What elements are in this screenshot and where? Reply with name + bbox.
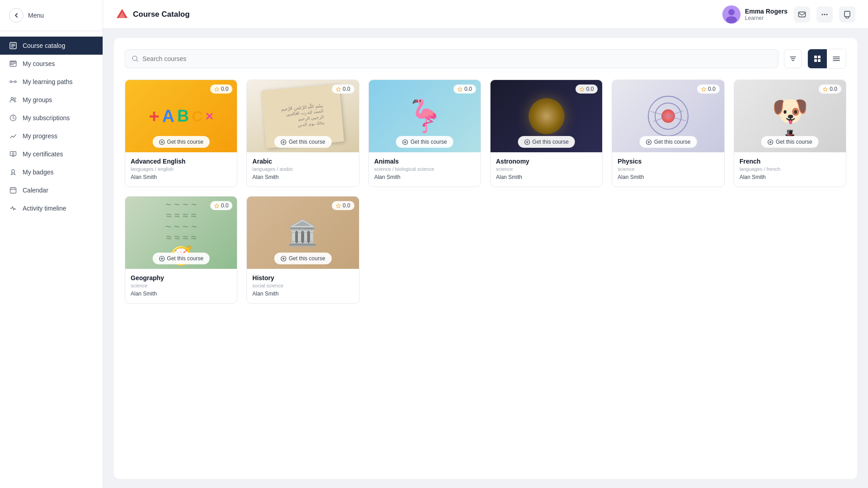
get-course-button[interactable]: Get this course	[274, 253, 332, 264]
user-name: Emma Rogers	[745, 8, 788, 15]
sidebar-item-my-learning-paths[interactable]: My learning paths	[0, 73, 103, 91]
course-card[interactable]: ~ ~ ~ ~≈ ≈ ≈ ≈~ ~ ~ ~≈ ≈ ≈ ≈ 🧭 0.0 Get t…	[125, 196, 237, 304]
notifications-button[interactable]	[839, 6, 855, 23]
svg-point-18	[824, 14, 826, 15]
course-category: science / biological science	[374, 166, 475, 172]
course-card[interactable]: 0.0 Get this course Astronomy science Al…	[490, 80, 603, 187]
svg-rect-25	[818, 59, 821, 62]
sidebar-item-label: Course catalog	[23, 42, 65, 49]
svg-rect-23	[818, 56, 821, 58]
get-course-button[interactable]: Get this course	[396, 136, 453, 148]
view-toggle	[807, 49, 846, 69]
course-thumbnail: ~ ~ ~ ~≈ ≈ ≈ ≈~ ~ ~ ~≈ ≈ ≈ ≈ 🧭 0.0 Get t…	[125, 197, 237, 269]
course-category: languages / english	[131, 166, 231, 172]
sidebar-item-label: Activity timeline	[23, 205, 66, 212]
course-card[interactable]: 0.0 Get this course Physics science Alan…	[612, 80, 724, 187]
rating-badge: 0.0	[697, 84, 720, 94]
sidebar-item-label: My groups	[23, 96, 52, 103]
get-course-button[interactable]: Get this course	[152, 136, 210, 148]
svg-point-9	[12, 170, 15, 173]
sidebar-item-label: My learning paths	[23, 78, 73, 85]
course-author: Alan Smith	[374, 174, 475, 180]
course-name: Astronomy	[496, 158, 597, 165]
get-course-label: Get this course	[167, 255, 203, 262]
grid-view-button[interactable]	[808, 49, 827, 68]
course-name: Physics	[618, 158, 718, 165]
svg-marker-40	[336, 203, 340, 207]
progress-icon	[9, 132, 17, 140]
course-author: Alan Smith	[252, 291, 353, 297]
course-thumbnail: + A B C × 0.0 Get this course	[125, 80, 237, 152]
svg-rect-7	[10, 152, 16, 156]
get-course-button[interactable]: Get this course	[274, 136, 332, 148]
course-card[interactable]: 🦩 0.0 Get this course Animals science / …	[368, 80, 481, 187]
course-name: French	[740, 158, 840, 165]
sidebar-header[interactable]: Menu	[0, 0, 103, 31]
svg-point-19	[826, 14, 828, 15]
course-card[interactable]: + A B C × 0.0 Get this course	[125, 80, 237, 187]
filter-button[interactable]	[784, 49, 802, 68]
sidebar-item-my-badges[interactable]: My badges	[0, 163, 103, 181]
course-category: languages / french	[740, 166, 840, 172]
svg-rect-10	[10, 188, 16, 193]
sidebar-item-my-courses[interactable]: My courses	[0, 55, 103, 73]
course-name: Arabic	[252, 158, 353, 165]
course-category: science	[618, 166, 718, 172]
logo-icon	[116, 8, 128, 21]
course-thumbnail: 🦩 0.0 Get this course	[369, 80, 481, 152]
svg-rect-20	[844, 11, 850, 17]
course-author: Alan Smith	[740, 174, 840, 180]
course-info: Geography science Alan Smith	[125, 269, 237, 303]
groups-icon	[9, 96, 17, 104]
topbar: Course Catalog Emma Rogers Learner	[103, 0, 868, 29]
content-card: + A B C × 0.0 Get this course	[114, 38, 857, 479]
more-options-button[interactable]	[816, 6, 833, 23]
svg-marker-28	[336, 87, 340, 91]
course-card[interactable]: 🐶 🎩 0.0 Get this course French	[734, 80, 846, 187]
user-details: Emma Rogers Learner	[745, 8, 788, 21]
get-course-button[interactable]: Get this course	[761, 136, 819, 148]
course-thumbnail: بِسْمِ اللَّهِ الرَّحْمَنِ الرَّحِيمِالح…	[247, 80, 359, 152]
rating-badge: 0.0	[819, 84, 841, 94]
sidebar-item-label: My badges	[23, 169, 53, 176]
user-info: Emma Rogers Learner	[722, 5, 788, 23]
get-course-label: Get this course	[654, 139, 691, 145]
course-card[interactable]: بِسْمِ اللَّهِ الرَّحْمَنِ الرَّحِيمِالح…	[246, 80, 359, 187]
menu-label: Menu	[28, 12, 44, 19]
sidebar-item-my-progress[interactable]: My progress	[0, 127, 103, 145]
course-rating: 0.0	[343, 86, 350, 92]
page-title: Course Catalog	[133, 10, 190, 19]
course-thumbnail: 0.0 Get this course	[491, 80, 602, 152]
course-info: Animals science / biological science Ala…	[369, 152, 481, 187]
search-bar-row	[125, 49, 846, 69]
sidebar-item-my-certificates[interactable]: My certificates	[0, 145, 103, 163]
app-logo: Course Catalog	[116, 8, 190, 21]
get-course-button[interactable]: Get this course	[518, 136, 575, 148]
list-view-button[interactable]	[827, 49, 846, 68]
rating-badge: 0.0	[332, 84, 354, 94]
course-category: languages / arabic	[252, 166, 353, 172]
svg-marker-38	[215, 203, 219, 207]
sidebar-item-course-catalog[interactable]: Course catalog	[0, 37, 103, 55]
course-grid: + A B C × 0.0 Get this course	[125, 80, 846, 304]
course-author: Alan Smith	[131, 291, 231, 297]
get-course-button[interactable]: Get this course	[640, 136, 697, 148]
course-name: Geography	[131, 274, 231, 282]
get-course-button[interactable]: Get this course	[152, 253, 210, 264]
sidebar-item-calendar[interactable]: Calendar	[0, 181, 103, 199]
course-author: Alan Smith	[131, 174, 231, 180]
course-info: Physics science Alan Smith	[612, 152, 724, 187]
course-category: science	[496, 166, 597, 172]
mail-button[interactable]	[794, 6, 810, 23]
search-input[interactable]	[142, 55, 772, 62]
back-button[interactable]	[9, 8, 24, 23]
sidebar-item-my-subscriptions[interactable]: My subscriptions	[0, 109, 103, 127]
svg-marker-32	[580, 87, 584, 91]
sidebar-item-my-groups[interactable]: My groups	[0, 91, 103, 109]
course-info: French languages / french Alan Smith	[734, 152, 846, 187]
sidebar-item-activity-timeline[interactable]: Activity timeline	[0, 199, 103, 217]
course-card[interactable]: 🏛️ 0.0 Get this course History social sc…	[246, 196, 359, 304]
svg-point-15	[726, 16, 737, 23]
sidebar-item-label: My courses	[23, 60, 55, 67]
content-area: + A B C × 0.0 Get this course	[103, 29, 868, 488]
